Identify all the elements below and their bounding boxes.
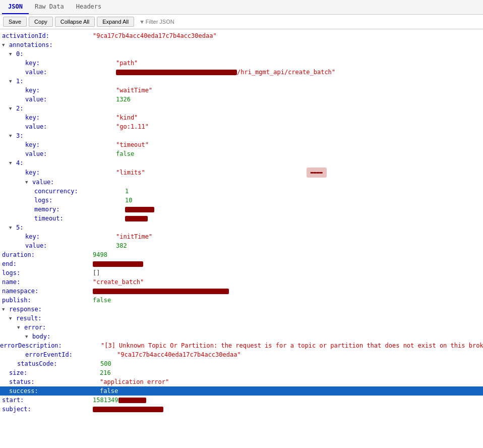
row-start: start: 1581349 xyxy=(0,396,483,405)
save-button[interactable]: Save xyxy=(3,17,27,27)
row-ann1: ▼ 1: xyxy=(0,77,483,86)
redacted-end xyxy=(93,261,143,267)
redacted-start xyxy=(118,398,146,403)
row-ann2-key: key: "kind" xyxy=(0,113,483,122)
copy-button[interactable]: Copy xyxy=(29,17,53,27)
row-ann1-value: value: 1326 xyxy=(0,95,483,104)
key-ann5-key: key: xyxy=(25,232,116,241)
key-ann1-key: key: xyxy=(25,86,116,95)
row-activationId: activationId: "9ca17c7b4acc40eda17c7b4ac… xyxy=(0,31,483,40)
row-ann2: ▼ 2: xyxy=(0,104,483,113)
row-success: success: false xyxy=(0,386,483,396)
value-ann0-value-suffix: /hri_mgmt_api/create_batch" xyxy=(237,68,335,77)
key-body: body: xyxy=(32,332,123,341)
key-ann4: 4: xyxy=(16,158,107,167)
value-name: "create_batch" xyxy=(93,277,144,287)
error-collapse[interactable]: ▼ xyxy=(17,323,24,332)
row-ann1-key: key: "waitTime" xyxy=(0,86,483,95)
value-publish: false xyxy=(93,296,111,305)
collapse-all-button[interactable]: Collapse All xyxy=(55,17,95,27)
key-duration: duration: xyxy=(2,250,93,259)
row-publish: publish: false xyxy=(0,296,483,305)
row-errorEventId: errorEventId: "9ca17c7b4acc40eda17c7b4ac… xyxy=(0,350,483,359)
row-end: end: xyxy=(0,259,483,268)
value-errorDescription: "[3] Unknown Topic Or Partition: the req… xyxy=(101,341,483,350)
value-start-num: 1581349 xyxy=(93,396,118,405)
value-status: "application error" xyxy=(100,377,169,386)
result-collapse[interactable]: ▼ xyxy=(9,314,16,323)
filter-input[interactable] xyxy=(146,19,206,25)
row-ann4: ▼ 4: xyxy=(0,158,483,167)
row-logs-val: logs: 10 xyxy=(0,196,483,205)
value-ann3-key: "timeout" xyxy=(116,140,149,149)
ann1-collapse[interactable]: ▼ xyxy=(9,77,16,86)
value-activationId: "9ca17c7b4acc40eda17c7b4acc30edaa" xyxy=(93,31,217,40)
expand-all-button[interactable]: Expand All xyxy=(97,17,134,27)
response-collapse[interactable]: ▼ xyxy=(2,305,9,314)
key-namespace: namespace: xyxy=(2,287,93,296)
key-ann5: 5: xyxy=(16,223,107,232)
ann0-collapse[interactable]: ▼ xyxy=(9,49,16,59)
row-concurrency: concurrency: 1 xyxy=(0,187,483,196)
row-status: status: "application error" xyxy=(0,377,483,386)
value-ann3-value: false xyxy=(116,149,134,158)
row-ann5-key: key: "initTime" xyxy=(0,232,483,241)
key-size: size: xyxy=(9,368,100,377)
value-duration: 9498 xyxy=(93,250,107,259)
value-errorEventId: "9ca17c7b4acc40eda17c7b4acc30edaa" xyxy=(117,350,241,359)
value-size: 216 xyxy=(100,368,111,377)
annotations-collapse[interactable]: ▼ xyxy=(2,40,9,49)
row-ann4-value: ▼ value: xyxy=(0,178,483,187)
ann4-collapse[interactable]: ▼ xyxy=(9,158,16,167)
limits-tag: ▬▬▬▬ xyxy=(307,167,327,178)
key-error: error: xyxy=(24,323,115,332)
row-duration: duration: 9498 xyxy=(0,250,483,259)
redacted-subject xyxy=(93,407,163,412)
key-response: response: xyxy=(9,305,100,314)
key-status: status: xyxy=(9,377,100,386)
key-logs-val: logs: xyxy=(34,196,125,205)
row-ann3: ▼ 3: xyxy=(0,131,483,140)
redacted-memory xyxy=(125,207,154,212)
value-success: false xyxy=(100,386,118,396)
row-ann3-key: key: "timeout" xyxy=(0,140,483,149)
tab-bar: JSON Raw Data Headers xyxy=(0,0,483,15)
key-result: result: xyxy=(16,314,107,323)
tab-json[interactable]: JSON xyxy=(2,0,29,14)
value-ann2-value: "go:1.11" xyxy=(116,122,149,131)
redacted-namespace xyxy=(93,289,229,294)
ann3-collapse[interactable]: ▼ xyxy=(9,131,16,140)
tab-headers[interactable]: Headers xyxy=(70,0,108,14)
key-ann0-key: key: xyxy=(25,59,116,68)
tab-raw-data[interactable]: Raw Data xyxy=(29,0,70,14)
row-errorDescription: errorDescription: "[3] Unknown Topic Or … xyxy=(0,341,483,350)
value-ann1-value: 1326 xyxy=(116,95,131,104)
row-timeout: timeout: xyxy=(0,214,483,223)
ann2-collapse[interactable]: ▼ xyxy=(9,104,16,113)
ann4-value-collapse[interactable]: ▼ xyxy=(25,178,32,187)
key-ann5-value: value: xyxy=(25,241,116,250)
row-ann4-key: key: "limits" ▬▬▬▬ xyxy=(0,167,483,178)
key-errorEventId: errorEventId: xyxy=(25,350,117,359)
row-ann5: ▼ 5: xyxy=(0,223,483,232)
row-namespace: namespace: xyxy=(0,287,483,296)
key-ann2-key: key: xyxy=(25,113,116,122)
row-error: ▼ error: xyxy=(0,323,483,332)
key-ann0: 0: xyxy=(16,49,107,59)
key-errorDescription: errorDescription: xyxy=(0,341,101,350)
row-statusCode: statusCode: 500 xyxy=(0,359,483,368)
value-ann5-key: "initTime" xyxy=(116,232,152,241)
row-size: size: 216 xyxy=(0,368,483,377)
row-logs-arr: logs: [] xyxy=(0,268,483,277)
row-annotations: ▼ annotations: xyxy=(0,40,483,49)
filter-icon: ▼ xyxy=(140,19,144,25)
key-ann4-value: value: xyxy=(32,178,123,187)
ann5-collapse[interactable]: ▼ xyxy=(9,223,16,232)
value-concurrency: 1 xyxy=(125,187,129,196)
body-collapse[interactable]: ▼ xyxy=(25,332,32,341)
value-ann4-key: "limits" xyxy=(116,168,145,177)
key-concurrency: concurrency: xyxy=(34,187,125,196)
key-ann1-value: value: xyxy=(25,95,116,104)
value-ann1-key: "waitTime" xyxy=(116,86,152,95)
key-ann3: 3: xyxy=(16,131,107,140)
